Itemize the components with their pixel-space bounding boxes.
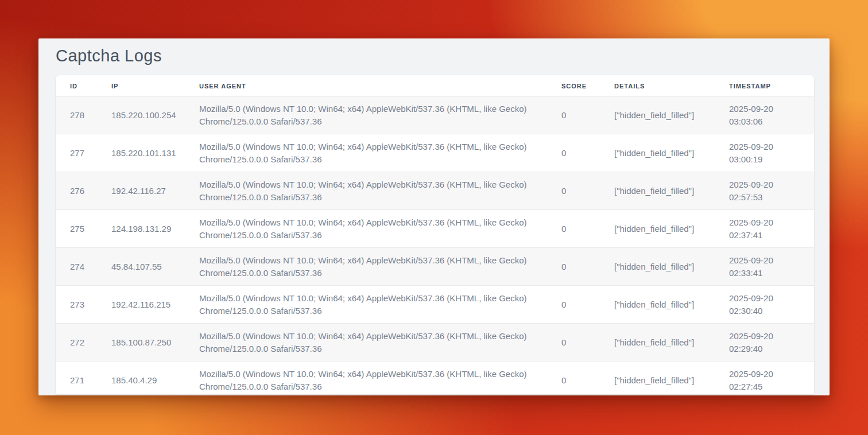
cell-user-agent: Mozilla/5.0 (Windows NT 10.0; Win64; x64… (199, 324, 561, 362)
cell-user-agent: Mozilla/5.0 (Windows NT 10.0; Win64; x64… (199, 362, 561, 395)
cell-user-agent: Mozilla/5.0 (Windows NT 10.0; Win64; x64… (199, 248, 561, 286)
cell-score: 0 (561, 134, 614, 172)
table-row: 273192.42.116.215Mozilla/5.0 (Windows NT… (56, 286, 814, 324)
cell-ip: 192.42.116.215 (111, 286, 199, 324)
cell-id: 278 (56, 96, 111, 134)
cell-user-agent: Mozilla/5.0 (Windows NT 10.0; Win64; x64… (199, 172, 561, 210)
column-header-ip: IP (111, 75, 199, 96)
cell-details: ["hidden_field_filled"] (614, 248, 729, 286)
cell-score: 0 (561, 172, 614, 210)
cell-id: 271 (56, 362, 111, 395)
logs-table: ID IP USER AGENT SCORE DETAILS TIMESTAMP… (56, 75, 814, 394)
cell-score: 0 (561, 96, 614, 134)
cell-id: 272 (56, 324, 111, 362)
cell-score: 0 (561, 210, 614, 248)
table-row: 271185.40.4.29Mozilla/5.0 (Windows NT 10… (56, 362, 814, 395)
cell-score: 0 (561, 362, 614, 395)
table-row: 277185.220.101.131Mozilla/5.0 (Windows N… (56, 134, 814, 172)
cell-user-agent: Mozilla/5.0 (Windows NT 10.0; Win64; x64… (199, 134, 561, 172)
cell-details: ["hidden_field_filled"] (614, 134, 729, 172)
cell-user-agent: Mozilla/5.0 (Windows NT 10.0; Win64; x64… (199, 286, 561, 324)
cell-timestamp: 2025-09-20 02:30:40 (729, 286, 814, 324)
cell-ip: 124.198.131.29 (111, 210, 199, 248)
table-row: 275124.198.131.29Mozilla/5.0 (Windows NT… (56, 210, 814, 248)
table-row: 278185.220.100.254Mozilla/5.0 (Windows N… (56, 96, 814, 134)
column-header-user-agent: USER AGENT (199, 75, 561, 96)
column-header-details: DETAILS (614, 75, 729, 96)
cell-score: 0 (561, 286, 614, 324)
cell-details: ["hidden_field_filled"] (614, 286, 729, 324)
table-row: 27445.84.107.55Mozilla/5.0 (Windows NT 1… (56, 248, 814, 286)
header-row: ID IP USER AGENT SCORE DETAILS TIMESTAMP (56, 75, 814, 96)
cell-id: 275 (56, 210, 111, 248)
cell-id: 276 (56, 172, 111, 210)
cell-ip: 185.40.4.29 (111, 362, 199, 395)
cell-timestamp: 2025-09-20 03:00:19 (729, 134, 814, 172)
cell-score: 0 (561, 324, 614, 362)
column-header-score: SCORE (561, 75, 614, 96)
cell-details: ["hidden_field_filled"] (614, 324, 729, 362)
cell-ip: 192.42.116.27 (111, 172, 199, 210)
cell-id: 274 (56, 248, 111, 286)
cell-timestamp: 2025-09-20 02:37:41 (729, 210, 814, 248)
cell-details: ["hidden_field_filled"] (614, 362, 729, 395)
cell-details: ["hidden_field_filled"] (614, 96, 729, 134)
cell-timestamp: 2025-09-20 02:27:45 (729, 362, 814, 395)
captcha-logs-card: Captcha Logs ID IP USER AGENT SCORE (38, 38, 830, 395)
cell-id: 277 (56, 134, 111, 172)
cell-score: 0 (561, 248, 614, 286)
cell-ip: 185.220.101.131 (111, 134, 199, 172)
cell-user-agent: Mozilla/5.0 (Windows NT 10.0; Win64; x64… (199, 96, 561, 134)
cell-timestamp: 2025-09-20 03:03:06 (729, 96, 814, 134)
table-row: 272185.100.87.250Mozilla/5.0 (Windows NT… (56, 324, 814, 362)
cell-timestamp: 2025-09-20 02:29:40 (729, 324, 814, 362)
page-background: Captcha Logs ID IP USER AGENT SCORE (0, 0, 868, 435)
cell-details: ["hidden_field_filled"] (614, 210, 729, 248)
logs-table-container: ID IP USER AGENT SCORE DETAILS TIMESTAMP… (56, 75, 814, 394)
logs-table-body: 278185.220.100.254Mozilla/5.0 (Windows N… (56, 96, 814, 395)
column-header-timestamp: TIMESTAMP (729, 75, 814, 96)
cell-user-agent: Mozilla/5.0 (Windows NT 10.0; Win64; x64… (199, 210, 561, 248)
cell-ip: 185.100.87.250 (111, 324, 199, 362)
cell-details: ["hidden_field_filled"] (614, 172, 729, 210)
column-header-id: ID (56, 75, 111, 96)
logs-table-header: ID IP USER AGENT SCORE DETAILS TIMESTAMP (56, 75, 814, 96)
table-row: 276192.42.116.27Mozilla/5.0 (Windows NT … (56, 172, 814, 210)
page-title: Captcha Logs (38, 38, 830, 65)
cell-ip: 45.84.107.55 (111, 248, 199, 286)
cell-timestamp: 2025-09-20 02:33:41 (729, 248, 814, 286)
cell-ip: 185.220.100.254 (111, 96, 199, 134)
cell-timestamp: 2025-09-20 02:57:53 (729, 172, 814, 210)
cell-id: 273 (56, 286, 111, 324)
